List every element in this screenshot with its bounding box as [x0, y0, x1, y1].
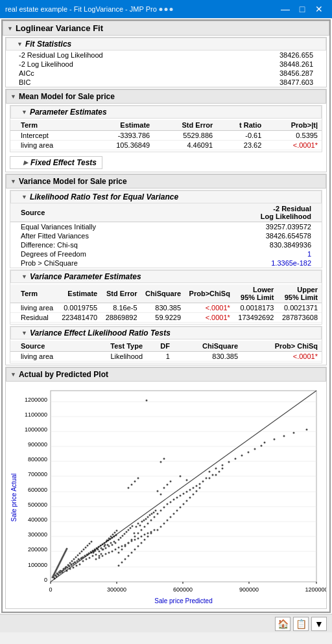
lrt-triangle[interactable]: ▼ — [21, 194, 27, 200]
svg-point-67 — [99, 551, 101, 553]
col-t-ratio: t Ratio — [217, 120, 265, 131]
fit-stats-row: -2 Residual Log Likelihood38426.655 — [6, 51, 326, 60]
svg-point-142 — [114, 532, 116, 534]
svg-point-250 — [131, 540, 133, 542]
lrt-row: Difference: Chi-sq 830.3849936 — [10, 240, 322, 249]
svg-point-254 — [144, 534, 146, 536]
svg-point-285 — [254, 448, 256, 450]
fit-statistics-table: -2 Residual Log Likelihood38426.655-2 Lo… — [6, 51, 326, 87]
variance-model-header: ▼ Variance Model for Sale price — [6, 174, 326, 189]
svg-point-159 — [147, 516, 149, 518]
vpc-chisq: ChiSquare — [141, 284, 185, 303]
lrt-row: Prob > ChiSquare 1.3365e-182 — [10, 259, 322, 268]
loglinear-variance-section: ▼ Loglinear Variance Fit ▼ Fit Statistic… — [1, 19, 331, 613]
lrt-source: Degrees of Freedom — [10, 249, 191, 259]
vpc-term: Term — [10, 284, 58, 303]
svg-point-147 — [124, 533, 126, 535]
minimize-button[interactable]: — — [278, 3, 293, 16]
svg-point-166 — [121, 549, 123, 551]
svg-point-255 — [147, 533, 149, 535]
window-title: real estate example - Fit LogVariance - … — [5, 5, 157, 13]
svg-point-240 — [99, 557, 101, 559]
svg-point-226 — [215, 468, 217, 470]
svg-point-229 — [235, 458, 237, 460]
mean-model-triangle[interactable]: ▼ — [10, 93, 16, 100]
collapse-triangle[interactable]: ▼ — [7, 25, 13, 32]
var-param-triangle[interactable]: ▼ — [21, 273, 27, 280]
lrt-block: ▼ Likelihood Ratio Test for Equal Varian… — [10, 190, 322, 268]
svg-point-104 — [104, 542, 106, 544]
home-icon-button[interactable]: 🏠 — [275, 617, 290, 631]
svg-point-216 — [189, 497, 191, 499]
svg-point-289 — [283, 435, 285, 437]
svg-point-233 — [206, 477, 208, 479]
lrt-header: ▼ Likelihood Ratio Test for Equal Varian… — [10, 190, 322, 203]
vp-stderr: 28869892 — [101, 313, 141, 323]
var-effect-triangle[interactable]: ▼ — [21, 330, 27, 336]
svg-point-96 — [88, 553, 90, 555]
svg-point-139 — [108, 538, 110, 540]
lrt-source: Prob > ChiSquare — [10, 259, 191, 268]
svg-point-158 — [145, 518, 147, 520]
svg-point-123 — [77, 555, 79, 557]
fit-stats-row: BIC38477.603 — [6, 78, 326, 87]
close-button[interactable]: ✕ — [311, 3, 327, 16]
vel-df: DF — [147, 341, 174, 352]
window-controls[interactable]: — □ ✕ — [278, 3, 327, 16]
svg-point-210 — [170, 516, 172, 518]
svg-point-215 — [186, 500, 188, 502]
svg-point-127 — [85, 547, 87, 549]
svg-point-257 — [154, 529, 156, 531]
lrt-col-source: Source — [10, 203, 191, 222]
svg-text:Sale price Actual: Sale price Actual — [10, 474, 18, 522]
fixed-effect-tests-button[interactable]: ▶ Fixed Effect Tests — [10, 156, 102, 169]
actual-predicted-triangle[interactable]: ▼ — [10, 371, 16, 378]
svg-point-117 — [65, 566, 67, 568]
svg-point-149 — [128, 529, 130, 531]
svg-point-280 — [66, 548, 68, 550]
var-param-table: Term Estimate Std Error ChiSquare Prob>C… — [10, 284, 322, 323]
svg-point-211 — [173, 513, 175, 515]
svg-point-88 — [73, 563, 75, 565]
maximize-button[interactable]: □ — [294, 3, 310, 16]
svg-point-148 — [126, 531, 128, 533]
vp-lower: 0.0018173 — [234, 303, 278, 313]
param-prob: 0.5395 — [265, 131, 322, 141]
param-prob: <.0001* — [265, 141, 322, 150]
param-estimates-triangle[interactable]: ▼ — [21, 109, 27, 115]
vp-estimate: 223481470 — [58, 313, 102, 323]
var-effect-row: living area Likelihood 1 830.385 <.0001* — [10, 352, 322, 362]
svg-point-130 — [91, 541, 93, 543]
svg-point-173 — [144, 526, 146, 528]
svg-point-134 — [99, 555, 101, 557]
ve-df: 1 — [147, 352, 174, 362]
var-param-estimates-block: ▼ Variance Parameter Estimates Term Esti… — [10, 270, 322, 325]
svg-point-57 — [82, 560, 84, 562]
svg-point-92 — [80, 558, 82, 560]
variance-model-triangle[interactable]: ▼ — [10, 178, 16, 185]
param-term: living area — [10, 141, 86, 150]
fit-stats-triangle[interactable]: ▼ — [17, 41, 23, 47]
lrt-value: 38426.654578 — [191, 231, 322, 240]
svg-point-129 — [89, 543, 91, 545]
param-stderr: 4.46091 — [154, 141, 217, 150]
var-param-row: Residual 223481470 28869892 59.9229 <.00… — [10, 313, 322, 323]
svg-text:900000: 900000 — [28, 441, 47, 448]
svg-point-137 — [104, 544, 106, 546]
svg-point-73 — [108, 546, 110, 547]
svg-point-184 — [137, 546, 139, 547]
svg-point-246 — [118, 547, 120, 549]
svg-point-154 — [137, 523, 139, 525]
lrt-col-value: -2 ResidualLog Likelihood — [191, 203, 322, 222]
fixed-effect-tests-container: ▶ Fixed Effect Tests — [6, 154, 326, 172]
svg-point-286 — [261, 445, 263, 447]
actual-predicted-header: ▼ Actual by Predicted Plot — [6, 367, 326, 382]
svg-point-101 — [98, 546, 100, 548]
clipboard-icon-button[interactable]: 📋 — [293, 617, 309, 631]
dropdown-button[interactable]: ▼ — [311, 617, 327, 631]
svg-point-236 — [215, 474, 217, 476]
svg-point-221 — [160, 494, 162, 496]
fit-stats-row: -2 Log Likelihood38448.261 — [6, 60, 326, 69]
svg-text:400000: 400000 — [28, 516, 47, 523]
svg-point-185 — [141, 542, 143, 544]
